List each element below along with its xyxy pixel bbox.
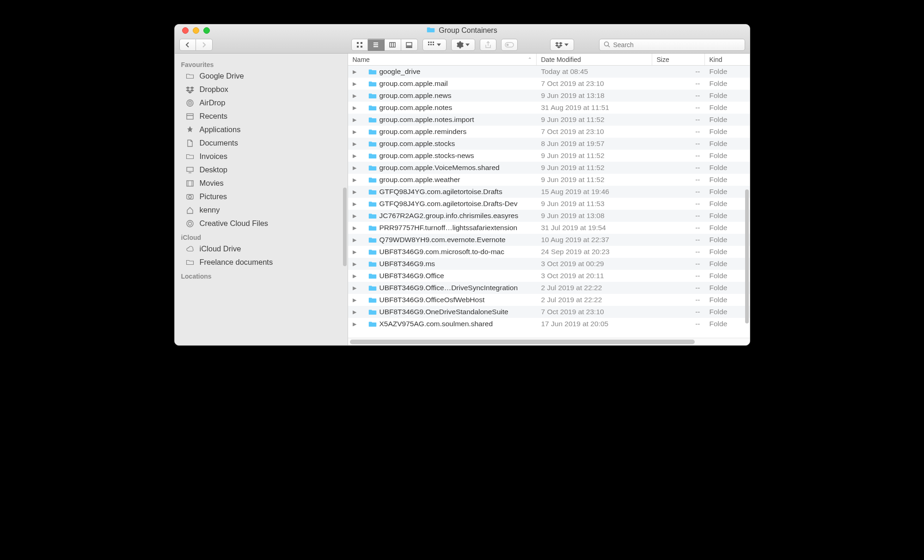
dropbox-button[interactable] [550,39,574,51]
file-row[interactable]: ▶UBF8T346G9.OneDriveStandaloneSuite7 Oct… [348,306,750,318]
svg-rect-1 [361,42,362,44]
folder-icon [368,189,377,195]
sidebar-item[interactable]: Creative Cloud Files [175,217,348,230]
file-row[interactable]: ▶GTFQ98J4YG.com.agiletortoise.Drafts-Dev… [348,198,750,210]
folder-icon [185,152,195,161]
file-date: 9 Jun 2019 at 13:08 [537,212,652,220]
file-row[interactable]: ▶group.com.apple.notes31 Aug 2019 at 11:… [348,102,750,114]
folder-icon [185,72,195,80]
file-row[interactable]: ▶PRR97757HF.turnoff…lightssafariextensio… [348,222,750,234]
disclosure-triangle-icon[interactable]: ▶ [352,165,357,171]
disclosure-triangle-icon[interactable]: ▶ [352,213,357,219]
file-row[interactable]: ▶group.com.apple.stocks-news9 Jun 2019 a… [348,150,750,162]
file-name: X5AZV975AG.com.soulmen.shared [379,320,493,328]
disclosure-triangle-icon[interactable]: ▶ [352,237,357,243]
sidebar-item[interactable]: Documents [175,136,348,150]
file-row[interactable]: ▶Q79WDW8YH9.com.evernote.Evernote10 Aug … [348,234,750,246]
disclosure-triangle-icon[interactable]: ▶ [352,129,357,135]
forward-button[interactable] [196,39,213,51]
disclosure-triangle-icon[interactable]: ▶ [352,261,357,267]
column-header-kind[interactable]: Kind [705,54,750,65]
folder-icon [368,309,377,315]
horizontal-scrollbar-track[interactable] [348,338,750,345]
file-row[interactable]: ▶group.com.apple.stocks8 Jun 2019 at 19:… [348,138,750,150]
file-row[interactable]: ▶X5AZV975AG.com.soulmen.shared17 Jun 201… [348,318,750,330]
file-row[interactable]: ▶group.com.apple.news9 Jun 2019 at 13:18… [348,90,750,102]
sidebar-item[interactable]: Pictures [175,190,348,203]
file-row[interactable]: ▶GTFQ98J4YG.com.agiletortoise.Drafts15 A… [348,186,750,198]
disclosure-triangle-icon[interactable]: ▶ [352,225,357,231]
sidebar-item[interactable]: iCloud Drive [175,242,348,256]
disclosure-triangle-icon[interactable]: ▶ [352,93,357,99]
disclosure-triangle-icon[interactable]: ▶ [352,321,357,327]
file-row[interactable]: ▶UBF8T346G9.Office3 Oct 2019 at 20:11--F… [348,270,750,282]
disclosure-triangle-icon[interactable]: ▶ [352,141,357,147]
gallery-view-button[interactable] [401,39,418,51]
disclosure-triangle-icon[interactable]: ▶ [352,249,357,255]
file-size: -- [652,284,705,292]
movies-icon [185,179,195,188]
file-row[interactable]: ▶google_driveToday at 08:45--Folde [348,66,750,78]
disclosure-triangle-icon[interactable]: ▶ [352,105,357,111]
finder-window: Group Containers [174,24,750,346]
column-header-size[interactable]: Size [652,54,705,65]
file-date: 9 Jun 2019 at 11:52 [537,152,652,160]
tags-button[interactable] [501,39,518,51]
sidebar-item[interactable]: Recents [175,110,348,123]
column-header-name[interactable]: Name ⌃ [348,54,537,65]
list-view-button[interactable] [368,39,385,51]
icon-view-button[interactable] [351,39,368,51]
titlebar: Group Containers [175,24,750,54]
column-headers: Name ⌃ Date Modified Size Kind [348,54,750,66]
file-row[interactable]: ▶UBF8T346G9.OfficeOsfWebHost2 Jul 2019 a… [348,294,750,306]
disclosure-triangle-icon[interactable]: ▶ [352,201,357,207]
disclosure-triangle-icon[interactable]: ▶ [352,177,357,183]
folder-icon [368,249,377,255]
disclosure-triangle-icon[interactable]: ▶ [352,273,357,279]
file-row[interactable]: ▶group.com.apple.weather9 Jun 2019 at 11… [348,174,750,186]
back-button[interactable] [179,39,196,51]
disclosure-triangle-icon[interactable]: ▶ [352,69,357,75]
file-size: -- [652,224,705,232]
sort-ascending-icon: ⌃ [528,57,532,62]
action-button[interactable] [451,39,475,51]
share-button[interactable] [480,39,496,51]
sidebar-item[interactable]: Applications [175,123,348,136]
sidebar-item[interactable]: Desktop [175,163,348,177]
file-row[interactable]: ▶JC767R2AG2.group.info.chrismiles.easyre… [348,210,750,222]
column-header-date[interactable]: Date Modified [537,54,652,65]
file-row[interactable]: ▶group.com.apple.reminders7 Oct 2019 at … [348,126,750,138]
horizontal-scrollbar-thumb[interactable] [350,340,695,344]
svg-rect-13 [410,47,412,48]
disclosure-triangle-icon[interactable]: ▶ [352,189,357,195]
file-kind: Folde [705,164,750,172]
file-kind: Folde [705,212,750,220]
search-field[interactable] [599,39,745,51]
disclosure-triangle-icon[interactable]: ▶ [352,153,357,159]
sidebar-scrollbar[interactable] [343,188,347,266]
search-input[interactable] [613,41,741,49]
disclosure-triangle-icon[interactable]: ▶ [352,309,357,315]
sidebar-item[interactable]: AirDrop [175,96,348,110]
sidebar-item[interactable]: Movies [175,177,348,190]
file-row[interactable]: ▶UBF8T346G9.Office…DriveSyncIntegration2… [348,282,750,294]
column-view-button[interactable] [385,39,401,51]
file-row[interactable]: ▶UBF8T346G9.com.microsoft.to-do-mac24 Se… [348,246,750,258]
disclosure-triangle-icon[interactable]: ▶ [352,297,357,303]
sidebar-item[interactable]: Google Drive [175,69,348,83]
disclosure-triangle-icon[interactable]: ▶ [352,117,357,123]
sidebar-item[interactable]: kenny [175,203,348,217]
file-row[interactable]: ▶group.com.apple.VoiceMemos.shared9 Jun … [348,162,750,174]
sidebar-item-label: iCloud Drive [200,244,241,253]
sidebar-item[interactable]: Invoices [175,150,348,163]
file-row[interactable]: ▶group.com.apple.mail7 Oct 2019 at 23:10… [348,78,750,90]
sidebar-item[interactable]: Freelance documents [175,256,348,269]
file-row[interactable]: ▶UBF8T346G9.ms3 Oct 2019 at 00:29--Folde [348,258,750,270]
file-list-scrollbar[interactable] [745,189,749,323]
file-kind: Folde [705,91,750,100]
file-row[interactable]: ▶group.com.apple.notes.import9 Jun 2019 … [348,114,750,126]
disclosure-triangle-icon[interactable]: ▶ [352,285,357,291]
sidebar-item[interactable]: Dropbox [175,83,348,96]
arrange-button[interactable] [422,39,447,51]
disclosure-triangle-icon[interactable]: ▶ [352,81,357,87]
